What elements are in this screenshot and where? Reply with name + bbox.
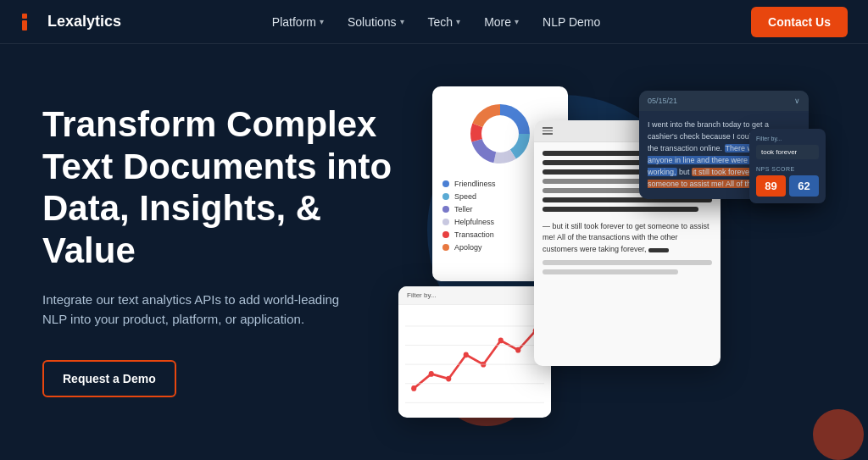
svg-point-12	[464, 352, 469, 357]
svg-point-11	[446, 376, 451, 382]
line-chart-body	[398, 305, 551, 414]
hero-section: Transform Complex Text Documents into Da…	[0, 44, 868, 460]
nav-links: Platform ▾ Solutions ▾ Tech ▾ More ▾ NLP…	[262, 10, 610, 34]
nav-item-platform[interactable]: Platform ▾	[262, 10, 334, 34]
svg-point-8	[481, 115, 519, 152]
text-line	[542, 269, 678, 274]
svg-point-15	[515, 347, 520, 353]
nps-score-card: Filter by... took forever NPS SCORE 89 6…	[749, 129, 826, 203]
hero-subtitle: Integrate our text analytics APIs to add…	[42, 290, 348, 330]
nav-item-more[interactable]: More ▾	[474, 10, 529, 34]
chevron-down-icon: ▾	[456, 17, 460, 26]
nps-score-secondary: 62	[789, 175, 819, 197]
logo-icon	[20, 12, 41, 32]
nps-score-primary: 89	[756, 175, 786, 197]
nav-item-tech[interactable]: Tech ▾	[418, 10, 471, 34]
brand-name: Lexalytics	[47, 13, 121, 30]
text-line	[542, 207, 698, 212]
chevron-down-icon: ▾	[320, 17, 324, 26]
nav-item-solutions[interactable]: Solutions ▾	[337, 10, 415, 34]
nav-item-nlp-demo[interactable]: NLP Demo	[532, 10, 610, 34]
text-line	[542, 260, 712, 265]
chevron-down-icon: ▾	[400, 17, 404, 26]
svg-rect-0	[22, 14, 27, 19]
navbar: Lexalytics Platform ▾ Solutions ▾ Tech ▾…	[0, 0, 868, 44]
line-chart-card: Filter by... ≡	[398, 286, 551, 418]
text-excerpt: — but it still took forever to get someo…	[542, 221, 712, 257]
hero-title: Transform Complex Text Documents into Da…	[42, 103, 398, 271]
brand-logo[interactable]: Lexalytics	[20, 12, 121, 32]
chevron-down-icon: ▾	[515, 17, 519, 26]
request-demo-button[interactable]: Request a Demo	[42, 360, 176, 397]
ht-card-header: 05/15/21 ∨	[639, 91, 809, 111]
nps-scores: 89 62	[756, 175, 819, 197]
nps-filter-input[interactable]: took forever	[756, 145, 819, 159]
menu-icon	[542, 127, 553, 135]
nps-score-label: NPS SCORE	[756, 166, 819, 172]
contact-us-button[interactable]: Contact Us	[751, 7, 848, 37]
svg-point-9	[411, 385, 416, 391]
svg-point-14	[498, 338, 504, 344]
svg-point-10	[429, 371, 434, 377]
hero-mockups: Friendliness Speed Teller Helpfulness Tr…	[398, 95, 826, 426]
svg-rect-1	[22, 20, 27, 30]
line-chart-header: Filter by... ≡	[398, 286, 551, 305]
hero-content: Transform Complex Text Documents into Da…	[42, 95, 398, 397]
nps-filter-label: Filter by...	[756, 136, 819, 141]
